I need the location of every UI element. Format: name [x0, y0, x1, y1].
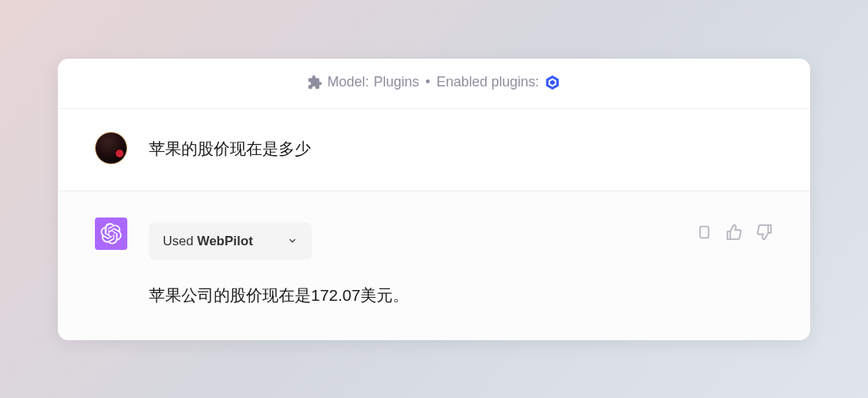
chat-card: Model: Plugins • Enabled plugins: 苹果的股价现…: [58, 59, 810, 340]
thumbs-down-icon[interactable]: [756, 224, 773, 241]
model-prefix-label: Model:: [327, 74, 369, 90]
enabled-plugins-label: Enabled plugins:: [437, 74, 539, 90]
thumbs-up-icon[interactable]: [725, 224, 742, 241]
plugin-hex-icon[interactable]: [544, 74, 561, 91]
user-avatar: [95, 132, 127, 164]
user-message-text: 苹果的股价现在是多少: [149, 132, 773, 161]
assistant-avatar: [95, 218, 127, 250]
copy-icon[interactable]: [694, 224, 711, 241]
message-actions: [694, 218, 773, 241]
puzzle-icon: [307, 75, 323, 90]
plugin-used-chip[interactable]: Used WebPilot: [149, 222, 312, 261]
user-message-row: 苹果的股价现在是多少: [58, 109, 810, 191]
chevron-down-icon: [287, 235, 298, 246]
assistant-message-row: Used WebPilot 苹果公司的股价现在是172.07美元。: [58, 191, 810, 340]
svg-rect-3: [700, 226, 708, 238]
separator-dot: •: [425, 74, 430, 90]
model-header: Model: Plugins • Enabled plugins:: [58, 59, 810, 109]
plugin-used-prefix: Used: [163, 234, 194, 248]
model-value: Plugins: [373, 74, 419, 90]
assistant-message-body: Used WebPilot 苹果公司的股价现在是172.07美元。: [149, 218, 673, 308]
plugin-used-name: WebPilot: [197, 234, 252, 248]
assistant-answer-text: 苹果公司的股价现在是172.07美元。: [149, 283, 673, 308]
